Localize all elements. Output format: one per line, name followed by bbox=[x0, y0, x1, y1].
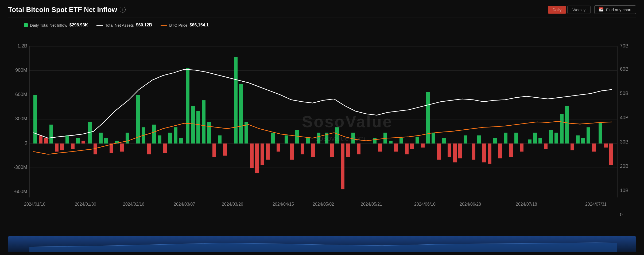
svg-rect-72 bbox=[250, 144, 254, 168]
white-line-icon bbox=[96, 25, 103, 26]
svg-rect-40 bbox=[65, 136, 69, 144]
svg-rect-135 bbox=[609, 144, 613, 165]
svg-rect-118 bbox=[514, 133, 518, 144]
svg-rect-132 bbox=[592, 144, 596, 152]
svg-rect-103 bbox=[432, 133, 435, 144]
svg-rect-116 bbox=[504, 133, 507, 144]
svg-rect-70 bbox=[239, 84, 243, 144]
svg-rect-65 bbox=[207, 122, 211, 144]
svg-text:-300M: -300M bbox=[14, 165, 27, 170]
svg-rect-51 bbox=[126, 133, 129, 144]
svg-rect-78 bbox=[285, 136, 288, 144]
svg-rect-127 bbox=[565, 106, 569, 144]
svg-text:2024/07/31: 2024/07/31 bbox=[585, 202, 607, 206]
svg-rect-96 bbox=[394, 144, 398, 152]
svg-rect-60 bbox=[179, 138, 183, 144]
svg-rect-35 bbox=[39, 136, 42, 144]
minimap-svg bbox=[8, 236, 636, 252]
svg-rect-69 bbox=[234, 57, 238, 144]
calendar-icon: 📅 bbox=[599, 7, 604, 12]
svg-rect-122 bbox=[538, 138, 542, 144]
legend-total-assets: Total Net Assets $60.12B bbox=[96, 23, 152, 27]
svg-rect-55 bbox=[152, 125, 156, 144]
svg-rect-38 bbox=[55, 144, 59, 152]
svg-rect-123 bbox=[544, 144, 548, 149]
svg-rect-66 bbox=[212, 144, 216, 157]
main-chart-svg: 1.2B 900M 600M 300M 0 -300M -600M 70B 60… bbox=[8, 30, 636, 235]
svg-rect-102 bbox=[426, 92, 430, 144]
info-icon[interactable]: i bbox=[120, 7, 126, 13]
svg-rect-67 bbox=[218, 136, 222, 144]
svg-rect-56 bbox=[158, 136, 161, 144]
svg-text:60B: 60B bbox=[620, 66, 629, 72]
svg-rect-61 bbox=[186, 68, 189, 144]
chart-container: 1.2B 900M 600M 300M 0 -300M -600M 70B 60… bbox=[8, 30, 636, 252]
svg-rect-114 bbox=[493, 138, 497, 144]
svg-text:2024/07/18: 2024/07/18 bbox=[516, 202, 537, 206]
svg-text:300M: 300M bbox=[15, 116, 27, 121]
svg-rect-36 bbox=[44, 138, 48, 144]
svg-rect-93 bbox=[378, 144, 382, 152]
svg-rect-130 bbox=[581, 138, 585, 144]
svg-rect-115 bbox=[498, 144, 502, 158]
svg-rect-105 bbox=[442, 138, 446, 144]
svg-rect-83 bbox=[311, 144, 315, 157]
svg-text:0: 0 bbox=[25, 140, 27, 146]
svg-text:SosoValue: SosoValue bbox=[302, 113, 393, 131]
svg-rect-77 bbox=[277, 144, 280, 152]
svg-rect-120 bbox=[528, 140, 532, 144]
svg-rect-46 bbox=[99, 133, 103, 144]
svg-rect-110 bbox=[472, 144, 475, 160]
svg-rect-89 bbox=[346, 144, 350, 157]
svg-text:1.2B: 1.2B bbox=[17, 43, 27, 49]
svg-rect-54 bbox=[147, 144, 151, 154]
svg-rect-63 bbox=[196, 111, 200, 144]
svg-text:2024/01/30: 2024/01/30 bbox=[75, 202, 96, 206]
svg-rect-107 bbox=[453, 144, 457, 162]
page-title: Total Bitcoin Spot ETF Net Inflow bbox=[8, 6, 117, 14]
toolbar: Daliy Weekly 📅 Find any chart bbox=[548, 5, 636, 14]
svg-rect-81 bbox=[301, 144, 304, 154]
legend-row: Daily Total Net Inflow $298.93K Total Ne… bbox=[8, 21, 636, 30]
svg-rect-126 bbox=[560, 114, 564, 144]
svg-text:2024/03/07: 2024/03/07 bbox=[174, 202, 195, 206]
svg-rect-68 bbox=[223, 144, 227, 156]
svg-text:0: 0 bbox=[620, 212, 623, 217]
svg-rect-117 bbox=[509, 144, 513, 157]
svg-text:2024/05/02: 2024/05/02 bbox=[313, 202, 334, 206]
svg-rect-91 bbox=[357, 144, 360, 154]
svg-rect-37 bbox=[49, 125, 53, 144]
svg-rect-41 bbox=[71, 144, 75, 149]
svg-text:-600M: -600M bbox=[14, 189, 27, 194]
svg-rect-47 bbox=[104, 138, 108, 144]
main-container: Total Bitcoin Spot ETF Net Inflow i Dali… bbox=[0, 0, 644, 255]
svg-rect-88 bbox=[341, 144, 344, 189]
green-bar-icon bbox=[24, 23, 28, 27]
minimap-container bbox=[8, 236, 636, 252]
svg-text:2024/06/28: 2024/06/28 bbox=[460, 202, 481, 206]
svg-rect-82 bbox=[306, 138, 310, 144]
svg-rect-106 bbox=[448, 144, 451, 157]
svg-rect-64 bbox=[202, 100, 205, 144]
svg-rect-52 bbox=[136, 95, 140, 144]
svg-rect-50 bbox=[120, 144, 124, 152]
legend-btc-price: BTC Price $66,154.1 bbox=[161, 23, 209, 27]
daily-tab[interactable]: Daliy bbox=[548, 6, 566, 14]
svg-text:20B: 20B bbox=[620, 164, 629, 169]
svg-rect-59 bbox=[174, 127, 177, 144]
chart-area: 1.2B 900M 600M 300M 0 -300M -600M 70B 60… bbox=[8, 30, 636, 235]
svg-text:2024/03/26: 2024/03/26 bbox=[222, 202, 243, 206]
svg-rect-99 bbox=[410, 144, 414, 149]
svg-rect-97 bbox=[399, 138, 403, 144]
svg-rect-95 bbox=[389, 141, 393, 144]
svg-rect-113 bbox=[488, 144, 491, 164]
svg-rect-128 bbox=[571, 144, 574, 150]
find-chart-button[interactable]: 📅 Find any chart bbox=[594, 5, 636, 14]
svg-text:600M: 600M bbox=[15, 92, 27, 97]
svg-text:40B: 40B bbox=[620, 115, 629, 120]
svg-rect-43 bbox=[82, 141, 85, 144]
svg-rect-101 bbox=[421, 144, 425, 148]
title-area: Total Bitcoin Spot ETF Net Inflow i bbox=[8, 6, 126, 14]
svg-rect-125 bbox=[554, 133, 558, 144]
weekly-tab[interactable]: Weekly bbox=[567, 6, 591, 14]
